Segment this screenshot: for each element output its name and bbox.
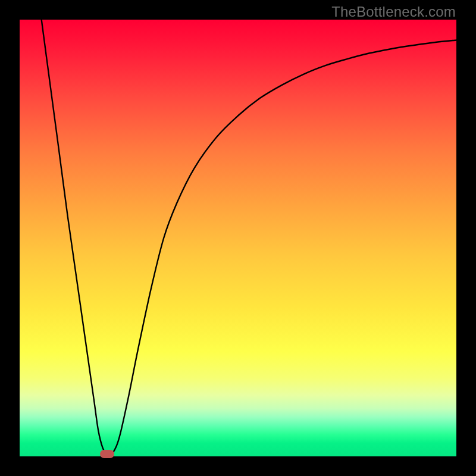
curve-path (42, 20, 456, 455)
plot-area (20, 20, 456, 456)
minimum-marker (100, 450, 114, 458)
watermark-text: TheBottleneck.com (331, 4, 456, 20)
curve-svg (20, 20, 456, 456)
chart-frame: TheBottleneck.com (0, 0, 476, 476)
